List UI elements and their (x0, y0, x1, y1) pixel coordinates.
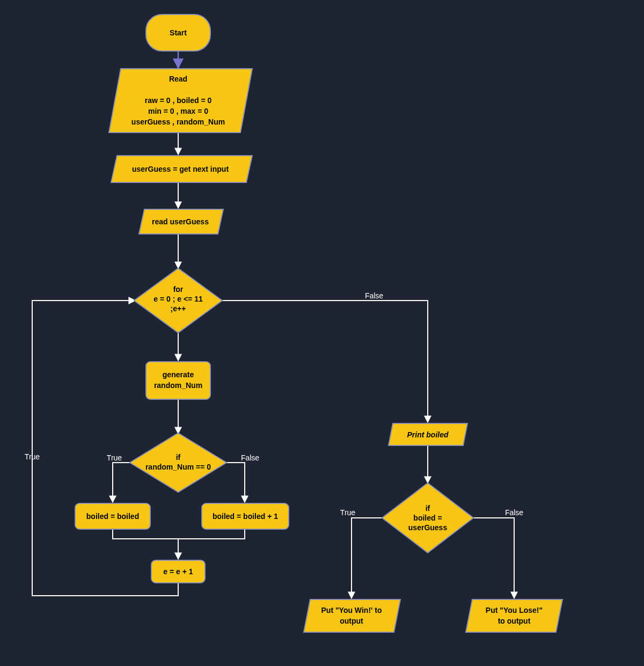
edge-label-ifguess-false: False (505, 508, 523, 517)
node-read-line2: min = 0 , max = 0 (148, 107, 208, 115)
node-start-label: Start (170, 28, 187, 37)
node-getinput: userGuess = get next input (111, 156, 252, 182)
edge-ifguess-true (352, 518, 385, 598)
edge-label-ifguess-true: True (340, 508, 355, 517)
svg-marker-13 (466, 599, 562, 632)
node-ifguess-line1: if (426, 504, 430, 513)
node-lose-line2: to output (498, 617, 531, 625)
node-ifrand: if random_Num == 0 (130, 433, 226, 492)
node-win: Put "You Win!' to output (304, 599, 400, 632)
node-getinput-label: userGuess = get next input (132, 165, 229, 173)
node-read-line1: raw = 0 , boiled = 0 (145, 96, 212, 105)
svg-marker-12 (304, 599, 400, 632)
node-generate-line2: random_Num (154, 381, 202, 390)
node-boiledinc: boiled = boiled + 1 (202, 503, 289, 529)
node-generate: generate random_Num (146, 362, 210, 399)
node-for-line3: ;e++ (171, 304, 186, 313)
node-ifguess-line2: boiled = (413, 514, 442, 522)
node-ifrand-line2: random_Num == 0 (145, 463, 211, 471)
node-win-line2: output (340, 617, 363, 625)
node-lose-line1: Put "You Lose!" (486, 606, 543, 614)
node-boiledinc-label: boiled = boiled + 1 (213, 512, 278, 521)
node-readguess-label: read userGuess (152, 217, 209, 226)
edge-label-for-false: False (365, 291, 383, 300)
node-win-line1: Put "You Win!' to (321, 606, 382, 614)
node-ifguess-line3: userGuess (408, 523, 448, 532)
node-eincr: e = e + 1 (151, 560, 205, 583)
edge-for-false (220, 301, 428, 422)
node-read-title: Read (169, 75, 187, 83)
edge-ifguess-false (471, 518, 514, 598)
edge-boiledsame-merge (113, 529, 178, 539)
node-for: for e = 0 ; e <= 11 ;e++ (134, 268, 222, 333)
svg-rect-5 (146, 362, 210, 399)
node-printboiled: Print boiled (389, 423, 467, 445)
node-ifrand-line1: if (176, 453, 181, 462)
edge-label-loop-true: True (25, 452, 40, 461)
node-for-line1: for (173, 285, 184, 294)
node-printboiled-label: Print boiled (407, 430, 449, 439)
node-readguess: read userGuess (139, 209, 223, 234)
node-read-line3: userGuess , random_Num (131, 118, 225, 126)
edge-boiledinc-merge (178, 529, 245, 539)
edge-label-ifrand-true: True (107, 453, 122, 462)
node-generate-line1: generate (163, 370, 194, 379)
edge-ifrand-false (224, 463, 245, 502)
edge-label-ifrand-false: False (241, 453, 259, 462)
node-for-line2: e = 0 ; e <= 11 (153, 295, 203, 303)
node-start: Start (146, 14, 210, 51)
node-boiledsame: boiled = boiled (75, 503, 150, 529)
node-read: Read raw = 0 , boiled = 0 min = 0 , max … (109, 69, 252, 133)
node-lose: Put "You Lose!" to output (466, 599, 562, 632)
node-ifguess: if boiled = userGuess (382, 483, 473, 553)
node-eincr-label: e = e + 1 (163, 567, 193, 576)
node-boiledsame-label: boiled = boiled (86, 512, 139, 521)
edge-ifrand-true (113, 463, 132, 502)
